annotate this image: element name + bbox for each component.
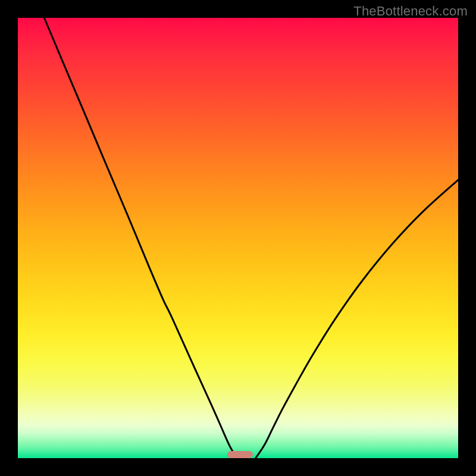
curve-left-branch: [44, 18, 236, 458]
curve-right-branch: [256, 180, 458, 458]
chart-stage: TheBottleneck.com: [0, 0, 476, 476]
plot-area: [18, 18, 458, 458]
bottleneck-curve: [18, 18, 458, 458]
optimum-marker: [227, 451, 253, 458]
attribution-label: TheBottleneck.com: [353, 4, 468, 19]
